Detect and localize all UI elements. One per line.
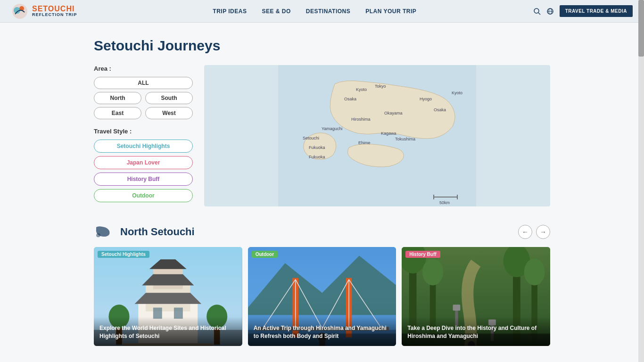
card-2-overlay: An Active Trip through Hiroshima and Yam… (248, 317, 396, 346)
area-buttons: ALL North South East West (94, 77, 193, 119)
svg-line-4 (538, 13, 540, 15)
svg-text:Yamaguchi: Yamaguchi (322, 126, 342, 131)
svg-marker-32 (135, 293, 202, 304)
svg-point-66 (524, 259, 545, 286)
svg-text:50km: 50km (439, 200, 450, 205)
nav-destinations[interactable]: DESTINATIONS (306, 8, 350, 15)
search-icon (533, 8, 541, 15)
area-label: Area : (94, 65, 193, 72)
filter-south[interactable]: South (145, 92, 193, 104)
globe-icon (546, 8, 554, 15)
svg-text:Fukuoka: Fukuoka (309, 145, 325, 150)
card-3-text: Take a Deep Dive into the History and Cu… (407, 324, 545, 340)
logo-icon (11, 3, 28, 20)
filter-map-row: Area : ALL North South East West Travel … (94, 65, 550, 206)
card-3-badge: History Buff (405, 251, 440, 258)
svg-text:Fukuoka: Fukuoka (309, 155, 325, 159)
logo-tagline: REFLECTION TRIP (32, 13, 77, 17)
card-1-text: Explore the World Heritage Sites and His… (99, 324, 237, 340)
filter-north[interactable]: North (94, 92, 141, 104)
north-section-header: North Setouchi ← → (94, 223, 550, 240)
north-next-button[interactable]: → (536, 225, 550, 239)
area-row-north-south: North South (94, 92, 193, 104)
card-1-badge: Setouchi Highlights (98, 251, 149, 258)
svg-text:Osaka: Osaka (344, 97, 356, 101)
logo-set: SET (32, 5, 48, 13)
nav-plan-your-trip[interactable]: PLAN YOUR TRIP (365, 8, 416, 15)
logo-name: SETOUCHI (32, 5, 77, 13)
header: SETOUCHI REFLECTION TRIP TRIP IDEAS SEE … (0, 0, 644, 23)
north-title-group: North Setouchi (94, 223, 195, 240)
filter-panel: Area : ALL North South East West Travel … (94, 65, 193, 202)
svg-text:Hyogo: Hyogo (420, 97, 432, 101)
travel-trade-button[interactable]: TRAVEL TRADE & MEDIA (560, 5, 633, 17)
svg-text:Kyoto: Kyoto (452, 90, 462, 95)
style-japan[interactable]: Japan Lover (94, 156, 193, 169)
map-svg: Setouchi Kyoto Tokyo Osaka Fukuoka Hiros… (204, 65, 550, 206)
nav-trip-ideas[interactable]: TRIP IDEAS (213, 8, 247, 15)
logo-uchi: UCHI (54, 5, 74, 13)
card-north-1[interactable]: Setouchi Highlights Explore the World He… (94, 247, 242, 346)
svg-text:Kagawa: Kagawa (381, 131, 396, 136)
north-region-icon (94, 223, 115, 240)
svg-text:Tokyo: Tokyo (375, 84, 386, 89)
svg-point-3 (534, 8, 539, 13)
svg-point-62 (422, 259, 443, 286)
area-row-east-west: East West (94, 107, 193, 119)
scrollbar-thumb[interactable] (638, 0, 644, 57)
north-prev-button[interactable]: ← (518, 225, 532, 239)
svg-text:Hiroshima: Hiroshima (351, 117, 371, 122)
nav-see-do[interactable]: SEE & DO (262, 8, 290, 15)
svg-text:Setouchi: Setouchi (303, 136, 319, 140)
style-history[interactable]: History Buff (94, 173, 193, 186)
map-container: Setouchi Kyoto Tokyo Osaka Fukuoka Hiros… (204, 65, 550, 206)
card-north-3[interactable]: History Buff Take a Deep Dive into the H… (402, 247, 550, 346)
travel-style-label: Travel Style : (94, 128, 193, 135)
main-content: Setouchi Journeys Area : ALL North South… (86, 23, 558, 362)
card-3-overlay: Take a Deep Dive into the History and Cu… (402, 317, 550, 346)
filter-all[interactable]: ALL (94, 77, 193, 89)
card-2-text: An Active Trip through Hiroshima and Yam… (254, 324, 391, 340)
north-setouchi-section: North Setouchi ← → (94, 223, 550, 346)
north-section-title: North Setouchi (120, 226, 195, 238)
card-north-2[interactable]: Outdoor An Active Trip through Hiroshima… (248, 247, 396, 346)
svg-text:Ehime: Ehime (358, 140, 371, 145)
north-nav-arrows: ← → (518, 225, 550, 239)
svg-text:Osaka: Osaka (434, 107, 446, 112)
header-right: TRAVEL TRADE & MEDIA (533, 5, 633, 17)
north-cards-row: Setouchi Highlights Explore the World He… (94, 247, 550, 346)
page-title: Setouchi Journeys (94, 38, 550, 54)
card-2-badge: Outdoor (252, 251, 278, 258)
filter-west[interactable]: West (145, 107, 193, 119)
area-row-all: ALL (94, 77, 193, 89)
card-1-overlay: Explore the World Heritage Sites and His… (94, 317, 242, 346)
search-button[interactable] (533, 8, 541, 15)
style-setouchi[interactable]: Setouchi Highlights (94, 140, 193, 153)
style-outdoor[interactable]: Outdoor (94, 189, 193, 202)
logo-o: O (48, 5, 54, 13)
logo: SETOUCHI REFLECTION TRIP (11, 3, 96, 20)
filter-east[interactable]: East (94, 107, 141, 119)
svg-text:Okayama: Okayama (384, 111, 403, 115)
scrollbar[interactable] (638, 0, 644, 362)
language-button[interactable] (546, 8, 554, 15)
svg-text:Tokushima: Tokushima (395, 137, 415, 141)
logo-text: SETOUCHI REFLECTION TRIP (32, 5, 77, 17)
svg-rect-68 (453, 304, 461, 311)
style-buttons: Setouchi Highlights Japan Lover History … (94, 140, 193, 202)
svg-text:Kyoto: Kyoto (356, 87, 367, 92)
main-nav: TRIP IDEAS SEE & DO DESTINATIONS PLAN YO… (213, 8, 416, 15)
